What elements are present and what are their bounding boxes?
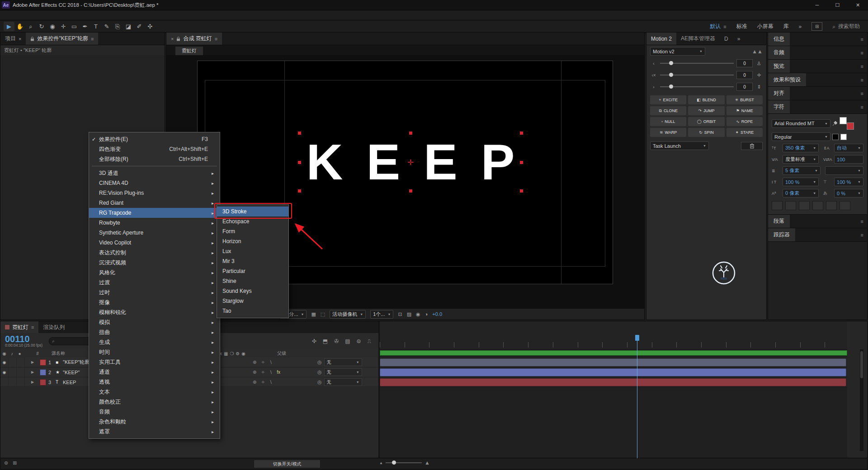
context-menu-item[interactable]: 3D 通道 ▸ xyxy=(89,168,220,178)
clone-stamp-tool-icon[interactable]: ⎘ xyxy=(112,22,123,31)
audio-cell[interactable] xyxy=(9,367,17,377)
tab-effect-controls[interactable]: 效果控件"KEEP"轮廓 ≡ xyxy=(26,33,98,45)
close-icon[interactable]: × xyxy=(171,36,174,42)
submenu-item[interactable]: Echospace xyxy=(217,216,288,226)
camera-tool-icon[interactable]: ◉ xyxy=(47,22,58,31)
tsume-dropdown[interactable]: 0 %▼ xyxy=(834,189,863,197)
submenu-item[interactable]: Lux xyxy=(217,246,288,256)
chevron-right-icon[interactable]: › xyxy=(650,85,657,89)
close-icon[interactable]: × xyxy=(19,36,21,42)
vertical-scale-dropdown[interactable]: 100 %▼ xyxy=(783,178,819,186)
panel-header[interactable]: 效果和预设 ≡ xyxy=(768,73,867,87)
context-menu-item[interactable]: 过时 ▸ xyxy=(89,287,220,297)
submenu-item[interactable]: Particular xyxy=(217,266,288,276)
white-chip[interactable] xyxy=(840,134,847,140)
context-menu-item[interactable]: 遮罩 ▸ xyxy=(89,427,220,437)
panel-menu-icon[interactable]: ≡ xyxy=(861,37,867,42)
context-menu-item[interactable]: 过渡 ▸ xyxy=(89,277,220,287)
person-icon[interactable]: ♙ xyxy=(755,61,763,66)
zoom-tool-icon[interactable]: ⌕ xyxy=(25,22,36,31)
context-menu-item[interactable]: RG Trapcode ▸ xyxy=(89,208,220,218)
expander-icon[interactable]: ▶ xyxy=(31,360,38,364)
panel-menu-icon[interactable]: ≡ xyxy=(215,36,217,42)
layer-switches[interactable]: ⊕✧∖ xyxy=(253,370,302,375)
anchor-icon[interactable]: ✛ xyxy=(755,72,763,78)
panel-header[interactable]: 信息 ≡ xyxy=(768,33,867,46)
help-search[interactable]: ⌕ 搜索帮助 xyxy=(832,23,860,30)
submenu-item[interactable]: Form xyxy=(217,226,288,236)
slider-value[interactable]: 0 xyxy=(736,59,753,67)
pen-tool-icon[interactable]: ✒ xyxy=(80,22,90,31)
timeline-scrollbar[interactable] xyxy=(860,349,863,451)
eye-icon[interactable] xyxy=(0,377,9,387)
selection-handle[interactable] xyxy=(520,161,523,164)
tab-timeline-comp[interactable]: 霓虹灯 ≡ xyxy=(0,321,38,333)
motion-button[interactable]: ↻SPIN xyxy=(688,128,724,137)
transparency-grid-icon[interactable]: ▨ xyxy=(407,311,411,317)
mask-visibility-icon[interactable]: ⬚ xyxy=(321,311,325,317)
stroke-color-swatch[interactable] xyxy=(847,122,854,130)
workspace-tab[interactable]: 默认≡ xyxy=(710,23,726,30)
time-ruler[interactable] xyxy=(380,321,847,350)
context-menu-item[interactable]: 表达式控制 ▸ xyxy=(89,248,220,258)
mountains-icon[interactable]: ▲▲ xyxy=(752,48,763,55)
slider-value[interactable]: 0 xyxy=(736,83,753,91)
context-menu-item[interactable]: 通道 ▸ xyxy=(89,367,220,377)
audio-cell[interactable] xyxy=(9,377,17,387)
motion-button[interactable]: ◯ORBIT xyxy=(688,117,724,126)
motion-button[interactable]: ◧BLEND xyxy=(688,95,724,104)
layer-duration-bar[interactable] xyxy=(380,368,846,376)
context-menu-item[interactable]: 全部移除(R) Ctrl+Shift+E ▸ xyxy=(89,154,220,164)
horizontal-scale-dropdown[interactable]: 100 %▼ xyxy=(834,178,863,186)
fill-color-swatch[interactable] xyxy=(840,117,847,124)
snapshot-icon[interactable]: ◉ xyxy=(416,311,420,317)
parent-dropdown[interactable]: 无▼ xyxy=(324,368,362,376)
zoom-slider[interactable] xyxy=(386,462,422,463)
canvas-text[interactable]: KEEP xyxy=(307,135,538,189)
stroke-width-dropdown[interactable]: 5 像素▼ xyxy=(783,166,821,175)
move-icon[interactable]: ⇕ xyxy=(755,84,763,90)
layer-switches[interactable]: ⊕✧∖ xyxy=(253,380,302,385)
submenu-item[interactable]: Shine xyxy=(217,276,288,286)
audio-cell[interactable] xyxy=(9,357,17,367)
tab-composition[interactable]: × 合成 霓虹灯 ≡ xyxy=(166,33,222,45)
puppet-pin-tool-icon[interactable]: ✣ xyxy=(145,22,156,31)
context-menu-item[interactable]: 文本 ▸ xyxy=(89,387,220,397)
zoom-knob[interactable] xyxy=(392,461,396,465)
tracking-dropdown[interactable]: 100 xyxy=(834,155,863,164)
eye-icon[interactable] xyxy=(0,357,9,367)
label-color-swatch[interactable] xyxy=(40,379,46,385)
motion-panel-tab[interactable]: D xyxy=(720,33,733,45)
parent-dropdown[interactable]: 无▼ xyxy=(324,358,362,366)
context-menu-item[interactable]: 风格化 ▸ xyxy=(89,268,220,277)
parent-column-header[interactable]: 父级 xyxy=(277,350,286,357)
overflow-chevron-icon[interactable]: » xyxy=(733,33,745,45)
comp-viewer-tab[interactable]: 霓虹灯 xyxy=(175,47,203,55)
lock-cell[interactable] xyxy=(17,377,25,387)
parent-dropdown[interactable]: 无▼ xyxy=(324,378,362,386)
hide-shy-icon[interactable]: ✇ xyxy=(334,338,339,344)
faux-style-button[interactable] xyxy=(785,201,796,210)
context-menu-item[interactable]: 四色渐变 Ctrl+Alt+Shift+E ▸ xyxy=(89,144,220,154)
motion-button[interactable]: ▫NULL xyxy=(650,117,686,126)
context-menu-item[interactable]: 杂色和颗粒 ▸ xyxy=(89,417,220,427)
context-menu-item[interactable]: 模拟 ▸ xyxy=(89,317,220,327)
expander-icon[interactable]: ▶ xyxy=(31,370,38,374)
motion-button[interactable]: ∿ROPE xyxy=(726,117,763,126)
exposure-value[interactable]: +0.0 xyxy=(432,311,442,317)
delete-button[interactable] xyxy=(741,142,763,150)
panel-header[interactable]: 段落 ≡ xyxy=(768,215,867,228)
slider-knob[interactable] xyxy=(669,61,673,65)
panel-menu-icon[interactable]: ≡ xyxy=(31,324,34,330)
workspace-tab[interactable]: 标准≡ xyxy=(736,23,747,30)
layer-switches[interactable]: ⊕✧∖ xyxy=(253,360,302,365)
panel-menu-icon[interactable]: ≡ xyxy=(91,36,94,42)
motion-blur-icon[interactable]: ⊜ xyxy=(357,338,361,344)
submenu-item[interactable]: 3D Stroke xyxy=(217,207,288,216)
lock-cell[interactable] xyxy=(17,367,25,377)
grid-guides-icon[interactable]: ▦ xyxy=(311,311,316,317)
panel-menu-icon[interactable]: ≡ xyxy=(861,91,867,96)
motion-button[interactable]: ✦STARE xyxy=(726,128,763,137)
render-status-icon[interactable]: ⊚ xyxy=(4,460,8,466)
context-menu-item[interactable]: 效果控件(E) F3 ▸ xyxy=(89,134,220,144)
